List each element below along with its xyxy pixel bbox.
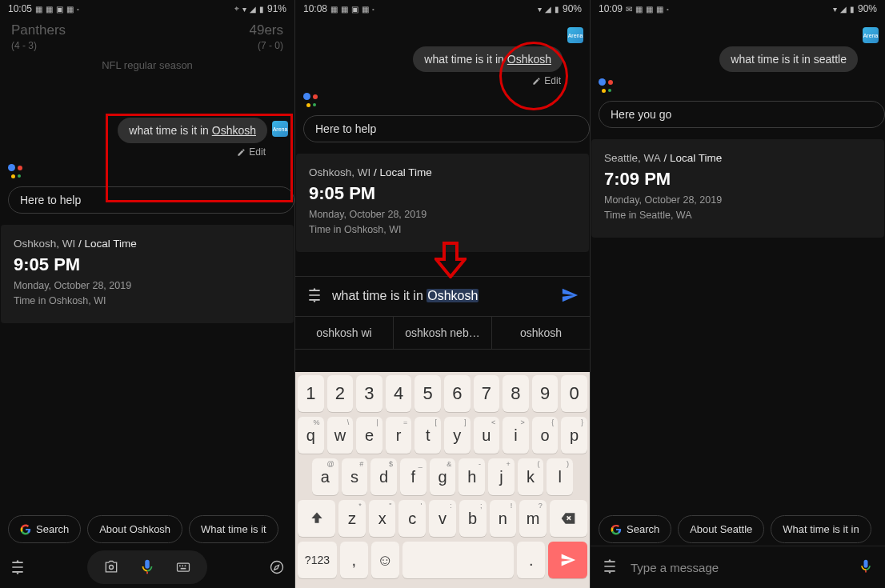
notif-icon: ▦ bbox=[646, 5, 653, 14]
lens-icon[interactable] bbox=[103, 559, 119, 575]
key-0[interactable]: 0 bbox=[561, 375, 587, 412]
key-1[interactable]: 1 bbox=[298, 375, 324, 412]
key-l[interactable]: l) bbox=[547, 458, 573, 495]
card-date: Monday, October 28, 2019 bbox=[14, 278, 281, 294]
key-e[interactable]: e| bbox=[356, 417, 382, 454]
svg-rect-4 bbox=[185, 566, 186, 567]
user-query-bubble[interactable]: what time is it in Oshkosh bbox=[413, 46, 563, 72]
key-y[interactable]: y] bbox=[444, 417, 471, 454]
key-9[interactable]: 9 bbox=[532, 375, 559, 412]
key-5[interactable]: 5 bbox=[414, 375, 441, 412]
key-p[interactable]: p} bbox=[561, 417, 587, 454]
local-time-card[interactable]: Oshkosh, WI / Local Time 9:05 PM Monday,… bbox=[296, 154, 589, 252]
key-shift[interactable] bbox=[298, 500, 335, 537]
user-query-bubble[interactable]: what time is it in Oshkosh bbox=[118, 118, 267, 143]
key-enter[interactable] bbox=[548, 542, 587, 578]
key-3[interactable]: 3 bbox=[356, 375, 382, 412]
card-time: 9:05 PM bbox=[14, 254, 281, 275]
sports-score-card[interactable]: Panthers (4 - 3) 49ers (7 - 0) bbox=[0, 18, 294, 51]
selected-text: Oshkosh bbox=[426, 289, 479, 302]
notif-icon: ▣ bbox=[56, 5, 63, 14]
suggestion-item[interactable]: oshkosh bbox=[492, 317, 590, 349]
key-m[interactable]: m? bbox=[519, 500, 547, 537]
key-d[interactable]: d$ bbox=[370, 458, 397, 495]
edit-query-button[interactable]: Edit bbox=[0, 143, 294, 158]
chip-about[interactable]: About Seattle bbox=[678, 515, 764, 543]
edit-input[interactable]: what time is it in Oshkosh bbox=[332, 289, 551, 303]
chip-followup[interactable]: What time is it bbox=[189, 515, 278, 543]
key-6[interactable]: 6 bbox=[444, 375, 471, 412]
key-a[interactable]: a@ bbox=[312, 458, 338, 495]
key-j[interactable]: j+ bbox=[488, 458, 515, 495]
key-space[interactable] bbox=[402, 542, 515, 578]
key-b[interactable]: b; bbox=[459, 500, 487, 537]
key-s[interactable]: s# bbox=[342, 458, 368, 495]
notif-icon: ▦ bbox=[656, 5, 663, 14]
key-period[interactable]: . bbox=[517, 542, 545, 578]
edit-query-button[interactable]: Edit bbox=[295, 72, 590, 86]
key-comma[interactable]: , bbox=[340, 542, 368, 578]
key-u[interactable]: u< bbox=[474, 417, 500, 454]
status-bar: 10:05 ▦ ▦ ▣ ▦ • ⌖ ▾ ◢ ▮ 91% bbox=[0, 0, 294, 18]
suggestion-chips: Search About Oshkosh What time is it bbox=[0, 515, 294, 543]
card-local-label: / Local Time bbox=[370, 166, 432, 178]
suggestions-icon[interactable] bbox=[306, 287, 322, 306]
wifi-icon: ▾ bbox=[833, 5, 837, 14]
key-h[interactable]: h- bbox=[459, 458, 485, 495]
key-t[interactable]: t[ bbox=[414, 417, 441, 454]
mic-icon[interactable] bbox=[858, 558, 874, 577]
key-x[interactable]: x" bbox=[369, 500, 396, 537]
key-o[interactable]: o{ bbox=[532, 417, 559, 454]
google-g-icon bbox=[611, 524, 622, 535]
key-w[interactable]: w\ bbox=[327, 417, 354, 454]
key-n[interactable]: n! bbox=[490, 500, 517, 537]
key-i[interactable]: i> bbox=[503, 417, 529, 454]
suggestion-chips: Search About Seattle What time is it in bbox=[591, 515, 885, 543]
send-button[interactable] bbox=[561, 286, 579, 306]
key-z[interactable]: z* bbox=[338, 500, 366, 537]
explore-icon[interactable] bbox=[269, 559, 285, 575]
suggestions-icon[interactable] bbox=[10, 559, 26, 575]
local-time-card[interactable]: Seattle, WA / Local Time 7:09 PM Monday,… bbox=[591, 139, 884, 238]
suggestions-icon[interactable] bbox=[602, 558, 618, 577]
key-backspace[interactable] bbox=[550, 500, 587, 537]
team-name: Panthers bbox=[11, 22, 66, 38]
assistant-reply-bubble: Here to help bbox=[303, 115, 590, 142]
bottom-bar bbox=[0, 546, 294, 588]
status-bar: 10:09 ✉ ▦ ▦ ▦ • ▾ ◢ ▮ 90% bbox=[591, 0, 885, 18]
key-v[interactable]: v: bbox=[429, 500, 456, 537]
mic-icon[interactable] bbox=[138, 558, 156, 576]
card-city: Oshkosh, WI bbox=[309, 166, 370, 178]
suggestion-item[interactable]: oshkosh wi bbox=[295, 317, 394, 349]
card-time: 9:05 PM bbox=[309, 183, 576, 204]
card-city: Seattle, WA bbox=[604, 152, 661, 164]
chip-about[interactable]: About Oshkosh bbox=[87, 515, 182, 543]
message-input[interactable] bbox=[629, 560, 847, 575]
assistant-logo-icon bbox=[303, 93, 318, 107]
key-symbols[interactable]: ?123 bbox=[298, 542, 337, 578]
chip-search[interactable]: Search bbox=[8, 515, 81, 543]
assistant-logo-icon bbox=[8, 164, 22, 178]
key-f[interactable]: f_ bbox=[400, 458, 426, 495]
key-k[interactable]: k( bbox=[518, 458, 544, 495]
card-time: 7:09 PM bbox=[604, 169, 871, 190]
notif-icon: ▦ bbox=[46, 5, 53, 14]
key-7[interactable]: 7 bbox=[474, 375, 500, 412]
user-query-bubble[interactable]: what time is it in seattle bbox=[719, 46, 858, 72]
keyboard-icon[interactable] bbox=[175, 559, 191, 575]
key-8[interactable]: 8 bbox=[503, 375, 529, 412]
suggestion-item[interactable]: oshkosh neb… bbox=[394, 317, 492, 349]
key-q[interactable]: q% bbox=[298, 417, 324, 454]
svg-rect-1 bbox=[178, 563, 190, 571]
assistant-logo-icon bbox=[599, 78, 613, 93]
key-c[interactable]: c' bbox=[398, 500, 426, 537]
key-4[interactable]: 4 bbox=[386, 375, 412, 412]
key-r[interactable]: r= bbox=[386, 417, 412, 454]
chip-search[interactable]: Search bbox=[599, 515, 671, 543]
notif-icon: ▦ bbox=[635, 5, 643, 14]
local-time-card[interactable]: Oshkosh, WI / Local Time 9:05 PM Monday,… bbox=[1, 225, 294, 323]
key-g[interactable]: g& bbox=[430, 458, 456, 495]
chip-followup[interactable]: What time is it in bbox=[771, 515, 871, 543]
key-2[interactable]: 2 bbox=[327, 375, 354, 412]
key-emoji[interactable]: ☺ bbox=[371, 542, 399, 578]
